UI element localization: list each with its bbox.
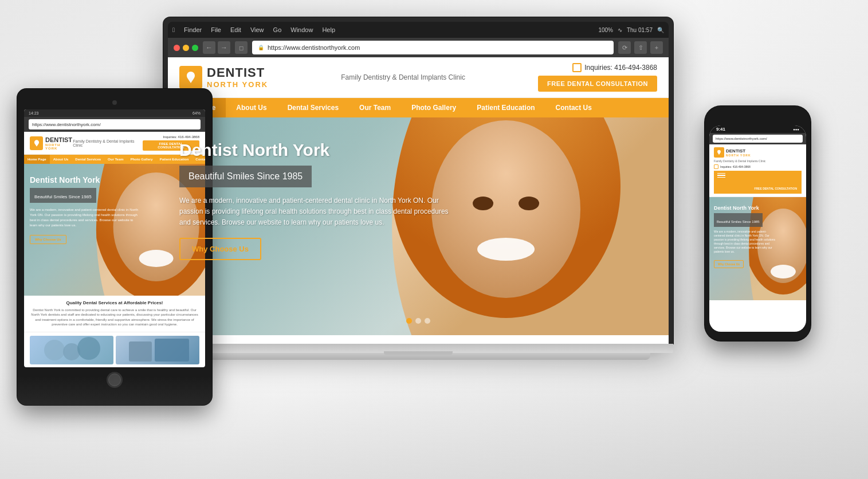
phone-site-header: DENTIST NORTH YORK Family Dentistry & De… bbox=[709, 144, 806, 197]
tablet-image-row bbox=[24, 332, 205, 367]
laptop-hinge bbox=[163, 344, 673, 353]
tablet-screen: 14:23 64% https://www.dentistnorthyork.c… bbox=[24, 109, 205, 367]
nav-our-team[interactable]: Our Team bbox=[349, 98, 401, 117]
hero-subtitle-box: Beautiful Smiles Since 1985 bbox=[179, 166, 312, 187]
dot-3[interactable] bbox=[425, 318, 430, 324]
cta-btn-text: FREE DENTAL CONSULTATION bbox=[547, 80, 648, 87]
site-header: DENTIST NORTH YORK Family Dentistry & De… bbox=[168, 57, 669, 98]
phone-logo-ny: NORTH YORK bbox=[726, 154, 751, 157]
hero-carousel-dots bbox=[406, 318, 430, 324]
tablet-nav-dental[interactable]: Dental Services bbox=[72, 155, 104, 164]
phone-logo-row: DENTIST NORTH YORK bbox=[714, 147, 802, 158]
mac-menu-window[interactable]: Window bbox=[290, 26, 313, 33]
tablet-url: https://www.dentistnorthyork.com/ bbox=[32, 122, 101, 127]
phone-inq-icon bbox=[714, 164, 718, 169]
mac-search-icon[interactable]: 🔍 bbox=[657, 27, 664, 33]
mac-menu-help[interactable]: Help bbox=[322, 26, 335, 33]
phone-hero-desc: We are a modern, innovative and patient-… bbox=[714, 230, 777, 254]
maximize-button[interactable] bbox=[192, 45, 198, 51]
hero-cta-button[interactable]: Why Choose Us bbox=[179, 238, 261, 260]
site-hero: Dentist North York Beautiful Smiles Sinc… bbox=[168, 117, 669, 335]
hero-title: Dentist North York bbox=[179, 140, 455, 160]
phone-icon-header bbox=[572, 63, 582, 72]
tablet-nav-team[interactable]: Our Team bbox=[104, 155, 127, 164]
dot-1[interactable] bbox=[406, 318, 412, 324]
reload-button[interactable]: ⟳ bbox=[618, 41, 631, 54]
phone-url: https://www.dentistnorthyork.com/ bbox=[716, 137, 767, 140]
tablet-hero-title: Dentist North York bbox=[30, 175, 139, 184]
tab-button[interactable]: ◻ bbox=[235, 41, 248, 54]
tablet-hero-cta[interactable]: Why Choose Us bbox=[30, 235, 66, 244]
phone-hero-cta[interactable]: Why Choose Us bbox=[714, 260, 744, 268]
dot-2[interactable] bbox=[415, 318, 421, 324]
phone-logo-icon bbox=[714, 147, 724, 158]
url-text: https://www.dentistnorthyork.com bbox=[268, 44, 360, 51]
nav-photo-gallery[interactable]: Photo Gallery bbox=[401, 98, 466, 117]
phone-notch bbox=[741, 113, 775, 123]
share-button[interactable]: ⇧ bbox=[634, 41, 647, 54]
tablet-logo-dentist: DENTIST bbox=[45, 136, 73, 143]
phone-browser-bar: https://www.dentistnorthyork.com/ bbox=[709, 133, 806, 144]
mac-menu-finder[interactable]: Finder bbox=[184, 26, 202, 33]
free-consultation-button[interactable]: FREE DENTAL CONSULTATION bbox=[538, 76, 657, 92]
svg-rect-11 bbox=[129, 341, 152, 362]
nav-patient-education[interactable]: Patient Education bbox=[466, 98, 545, 117]
hero-content: Dentist North York Beautiful Smiles Sinc… bbox=[179, 140, 455, 260]
tablet-image-1 bbox=[30, 336, 113, 364]
nav-about[interactable]: About Us bbox=[226, 98, 277, 117]
svg-point-8 bbox=[44, 340, 65, 360]
site-navigation: Home Page About Us Dental Services Our T… bbox=[168, 98, 669, 117]
mac-menu-items:  Finder File Edit View Go Window Help bbox=[172, 26, 335, 33]
tablet-nav-gallery[interactable]: Photo Gallery bbox=[127, 155, 156, 164]
tablet-hero-subtitle: Beautiful Smiles Since 1985 bbox=[34, 194, 92, 199]
phone-frame: 9:41 ●●● https://www.dentistnorthyork.co… bbox=[705, 106, 811, 341]
phone-address-bar[interactable]: https://www.dentistnorthyork.com/ bbox=[713, 135, 803, 143]
phone-hero-content: Dentist North York Beautiful Smiles Sinc… bbox=[714, 205, 777, 268]
tablet-image-2 bbox=[116, 336, 199, 364]
tablet-time: 14:23 bbox=[29, 111, 39, 115]
nav-dental-services[interactable]: Dental Services bbox=[277, 98, 349, 117]
laptop-notch bbox=[384, 351, 453, 355]
mac-time: Thu 01:57 bbox=[627, 27, 653, 33]
mac-menu-view[interactable]: View bbox=[250, 26, 264, 33]
tablet-section-title: Quality Dental Services at Affordable Pr… bbox=[30, 300, 199, 305]
phone-screen: 9:41 ●●● https://www.dentistnorthyork.co… bbox=[709, 125, 806, 332]
minimize-button[interactable] bbox=[183, 45, 189, 51]
hamburger-line-1 bbox=[717, 173, 725, 174]
svg-point-4 bbox=[519, 197, 539, 210]
phone-status-bar: 9:41 ●●● bbox=[709, 125, 806, 133]
phone-logo-dentist: DENTIST bbox=[726, 148, 751, 154]
tablet-hero: Dentist North York Beautiful Smiles Sinc… bbox=[24, 164, 205, 296]
mac-menu-edit[interactable]: Edit bbox=[230, 26, 241, 33]
close-button[interactable] bbox=[174, 45, 180, 51]
tablet-logo-text: DENTIST NORTH YORK bbox=[45, 136, 73, 150]
apple-icon[interactable]:  bbox=[172, 26, 175, 33]
mac-battery: 100% bbox=[598, 27, 613, 33]
nav-contact[interactable]: Contact Us bbox=[545, 98, 602, 117]
address-bar[interactable]: 🔒 https://www.dentistnorthyork.com bbox=[252, 41, 614, 54]
add-tab-button[interactable]: + bbox=[650, 41, 663, 54]
lock-icon: 🔒 bbox=[258, 45, 264, 50]
logo-text: DENTIST NORTH YORK bbox=[207, 65, 268, 89]
tablet-hero-content: Dentist North York Beautiful Smiles Sinc… bbox=[30, 175, 139, 244]
laptop-device:  Finder File Edit View Go Window Help 1… bbox=[163, 17, 673, 360]
tablet-nav-about[interactable]: About Us bbox=[50, 155, 72, 164]
mac-menu-go[interactable]: Go bbox=[273, 26, 282, 33]
mac-menu-file[interactable]: File bbox=[211, 26, 221, 33]
tablet-inquiries: Inquiries: 416-494-3868 bbox=[163, 135, 199, 139]
tablet-nav-home[interactable]: Home Page bbox=[24, 155, 50, 164]
phone-device: 9:41 ●●● https://www.dentistnorthyork.co… bbox=[705, 106, 811, 341]
phone-tagline: Family Dentistry & Dental Implants Clini… bbox=[714, 159, 802, 163]
back-button[interactable]: ← bbox=[203, 41, 215, 54]
laptop-screen-outer:  Finder File Edit View Go Window Help 1… bbox=[163, 17, 673, 344]
tablet-status-bar: 14:23 64% bbox=[24, 109, 205, 117]
phone-cta-bar: FREE DENTAL CONSULTATION bbox=[714, 180, 802, 194]
hamburger-icon[interactable] bbox=[717, 173, 725, 178]
tablet-address-bar[interactable]: https://www.dentistnorthyork.com/ bbox=[29, 119, 201, 129]
inquiries: Inquiries: 416-494-3868 bbox=[572, 63, 657, 72]
tablet-logo: DENTIST NORTH YORK bbox=[30, 136, 73, 150]
hamburger-line-2 bbox=[717, 175, 725, 176]
forward-button[interactable]: → bbox=[218, 41, 230, 54]
site-tagline: Family Dentistry & Dental Implants Clini… bbox=[341, 73, 465, 81]
phone-logo-text: DENTIST NORTH YORK bbox=[726, 148, 751, 157]
